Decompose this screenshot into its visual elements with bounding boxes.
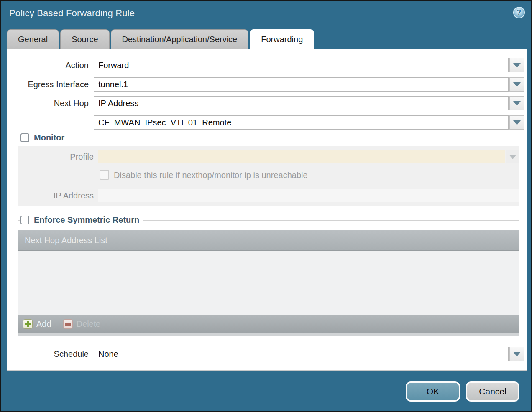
disable-rule-label: Disable this rule if nexthop/monitor ip … [114, 170, 308, 180]
esr-legend: Enforce Symmetric Return [20, 215, 143, 225]
chevron-down-icon [513, 352, 521, 356]
delete-button: Delete [63, 319, 101, 329]
tab-forwarding[interactable]: Forwarding [250, 29, 314, 49]
next-hop-label: Next Hop [7, 96, 89, 110]
egress-interface-input[interactable] [94, 77, 509, 92]
monitor-panel: Profile Disable this rule if nexthop/mon… [18, 146, 519, 206]
add-button-label: Add [36, 319, 51, 329]
enforce-symmetric-return-checkbox[interactable] [20, 216, 29, 224]
action-label: Action [7, 58, 89, 72]
tab-source[interactable]: Source [60, 29, 109, 49]
enforce-symmetric-return-label: Enforce Symmetric Return [34, 215, 139, 225]
tab-general[interactable]: General [7, 29, 59, 49]
table-footer: Add Delete [18, 315, 519, 333]
delete-button-label: Delete [77, 319, 101, 329]
next-hop-row: Next Hop [7, 96, 527, 110]
delete-minus-icon [63, 319, 73, 329]
chevron-down-icon [513, 101, 521, 106]
monitor-fieldset-line [18, 138, 519, 138]
action-input[interactable] [94, 58, 509, 72]
chevron-down-icon [513, 82, 521, 87]
action-dropdown-button[interactable] [509, 58, 524, 72]
chevron-down-icon [513, 120, 521, 125]
table-header-next-hop-address-list: Next Hop Address List [18, 230, 519, 251]
monitor-label: Monitor [34, 133, 64, 142]
next-hop-address-input[interactable] [94, 115, 509, 130]
monitor-ip-address-input [98, 189, 519, 202]
profile-label: Profile [18, 150, 94, 163]
help-icon[interactable]: ? [513, 7, 525, 18]
egress-interface-label: Egress Interface [7, 77, 89, 92]
next-hop-address-dropdown-button[interactable] [509, 115, 524, 130]
ok-button[interactable]: OK [406, 381, 460, 402]
schedule-label: Schedule [7, 347, 89, 361]
add-plus-icon [23, 319, 33, 329]
profile-input [98, 150, 505, 163]
monitor-legend: Monitor [20, 133, 68, 142]
content-panel: Action Egress Interface Next Hop [7, 49, 527, 371]
profile-dropdown-button [506, 150, 519, 163]
schedule-input[interactable] [94, 347, 509, 361]
chevron-down-icon [509, 155, 517, 159]
egress-interface-row: Egress Interface [7, 77, 527, 92]
next-hop-type-dropdown-button[interactable] [509, 96, 524, 110]
tab-destination-application-service[interactable]: Destination/Application/Service [111, 29, 249, 49]
action-row: Action [7, 58, 527, 72]
schedule-dropdown-button[interactable] [509, 347, 524, 361]
add-button[interactable]: Add [23, 319, 51, 329]
schedule-row: Schedule [7, 347, 527, 361]
dialog-title: Policy Based Forwarding Rule [9, 8, 135, 19]
egress-interface-dropdown-button[interactable] [509, 77, 524, 92]
tab-bar: General Source Destination/Application/S… [7, 29, 314, 49]
next-hop-type-input[interactable] [94, 96, 509, 110]
table-body[interactable] [18, 251, 519, 315]
pbf-rule-dialog: Policy Based Forwarding Rule ? General S… [0, 0, 532, 412]
chevron-down-icon [513, 63, 521, 68]
monitor-checkbox[interactable] [20, 133, 29, 142]
monitor-ip-address-label: IP Address [18, 189, 94, 202]
disable-rule-checkbox [100, 170, 109, 180]
next-hop-address-table: Next Hop Address List Add Delete [18, 230, 519, 333]
next-hop-address-row [7, 115, 527, 130]
cancel-button[interactable]: Cancel [466, 381, 519, 402]
